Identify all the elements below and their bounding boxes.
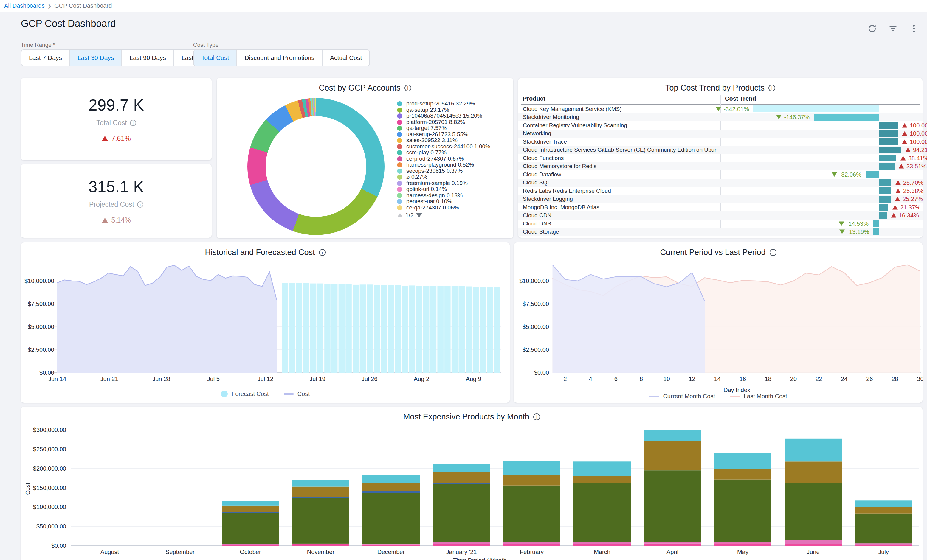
historical-forecast-chart[interactable]: $0.00$2,500.00$5,000.00$7,500.00$10,000.…	[21, 243, 510, 403]
column-header-product: Product	[523, 95, 546, 102]
filter-option-last-30-days[interactable]: Last 30 Days	[70, 50, 122, 65]
legend-dot-icon	[397, 205, 402, 210]
filter-option-last-7-days[interactable]: Last 7 Days	[21, 50, 70, 65]
info-icon[interactable]: i	[769, 85, 775, 91]
filter-option-actual-cost[interactable]: Actual Cost	[322, 50, 369, 65]
legend-item-ce-qa-274307[interactable]: ce-qa-274307 0.06%	[397, 205, 511, 211]
svg-text:Jun 28: Jun 28	[152, 376, 170, 382]
table-row[interactable]: Stackdriver Logging25.27%	[518, 195, 922, 203]
projected-cost-value: 315.1 K	[88, 178, 144, 196]
trend-up-icon	[895, 188, 901, 193]
trend-up-icon	[900, 156, 906, 160]
info-icon[interactable]: i	[404, 85, 411, 91]
trend-bar	[814, 114, 879, 121]
legend-item-last-month[interactable]: Last Month Cost	[730, 393, 787, 400]
legend-dot-icon	[397, 168, 402, 174]
legend-item-platform-205701[interactable]: platform-205701 8.82%	[397, 119, 511, 125]
svg-text:Time Period / Month: Time Period / Month	[453, 557, 506, 560]
legend-dot-icon	[397, 138, 402, 143]
filter-option-total-cost[interactable]: Total Cost	[194, 50, 236, 65]
legend-item-prod-setup-205416[interactable]: prod-setup-205416 32.29%	[397, 101, 511, 107]
table-row[interactable]: Container Registry Vulnerability Scannin…	[518, 121, 922, 130]
legend-item-harness-design[interactable]: harness-design 0.13%	[397, 193, 511, 199]
legend-label: ce-prod-274307 0.67%	[406, 156, 464, 162]
legend-item-customer-success-244100[interactable]: customer-success-244100 1.00%	[397, 144, 511, 150]
svg-text:$0.00: $0.00	[40, 369, 54, 376]
legend-item-secops-239815[interactable]: secops-239815 0.37%	[397, 168, 511, 174]
monthly-products-chart[interactable]: $0.00$50,000.00$100,000.00$150,000.00$20…	[21, 407, 922, 560]
legend-item-sales-209522[interactable]: sales-209522 3.11%	[397, 137, 511, 144]
page-down-icon[interactable]	[416, 213, 422, 217]
legend-dot-icon	[397, 114, 402, 118]
legend-item-freemium-sample[interactable]: freemium-sample 0.19%	[397, 180, 511, 187]
trend-value-cell: -14.53%	[839, 220, 869, 227]
breadcrumb-all-dashboards-link[interactable]: All Dashboards	[4, 2, 45, 9]
donut-chart[interactable]	[248, 98, 384, 235]
table-row[interactable]: Cloud Memorystore for Redis33.51%	[518, 162, 922, 171]
svg-text:April: April	[667, 549, 678, 555]
trend-down-icon	[839, 230, 845, 234]
page-up-icon[interactable]	[397, 213, 403, 217]
legend-label: ccm-play 0.77%	[406, 150, 447, 156]
legend-pagination: 1/2	[397, 212, 511, 219]
table-row[interactable]: Cloud Storage-13.19%	[518, 228, 922, 236]
trend-value-cell: 100.00%	[902, 130, 927, 137]
legend-item--[interactable]: ø 0.27%	[397, 174, 511, 180]
legend-dot-icon	[397, 199, 402, 204]
filter-option-discount-and-promotions[interactable]: Discount and Promotions	[236, 50, 322, 65]
product-cell: Stackdriver Monitoring	[523, 114, 579, 120]
legend-item-qa-target[interactable]: qa-target 7.57%	[397, 125, 511, 131]
current-vs-last-chart[interactable]: $0.00$2,500.00$5,000.00$7,500.00$10,000.…	[514, 243, 922, 403]
legend-item-cost[interactable]: Cost	[284, 390, 310, 398]
legend-label: uat-setup-261723 5.55%	[406, 131, 468, 138]
table-row[interactable]: Cloud CDN16.34%	[518, 211, 922, 220]
svg-text:12: 12	[688, 376, 695, 382]
legend-item-uat-setup-261723[interactable]: uat-setup-261723 5.55%	[397, 131, 511, 138]
legend-item-pentest-uat[interactable]: pentest-uat 0.10%	[397, 198, 511, 205]
legend-item-forecast-cost[interactable]: Forecast Cost	[221, 390, 269, 398]
table-row[interactable]: Cloud Infrastructure Services GitLab Ser…	[518, 146, 922, 154]
refresh-button[interactable]	[866, 22, 879, 35]
legend-dot-icon	[397, 101, 402, 106]
svg-text:$0.00: $0.00	[534, 369, 549, 376]
info-icon[interactable]: i	[137, 201, 143, 208]
svg-text:Jun 14: Jun 14	[48, 376, 66, 382]
table-row[interactable]: Stackdriver Monitoring-146.37%	[518, 113, 922, 121]
more-options-button[interactable]	[907, 22, 921, 35]
legend-dot-icon	[397, 181, 402, 186]
table-row[interactable]: Stackdriver Trace100.00%	[518, 138, 922, 146]
legend-item-current-month[interactable]: Current Month Cost	[649, 393, 715, 400]
legend-item-pr10406a87045145c3[interactable]: pr10406a87045145c3 15.20%	[397, 113, 511, 119]
legend-item-ccm-play[interactable]: ccm-play 0.77%	[397, 150, 511, 156]
filter-button[interactable]	[886, 22, 900, 35]
table-row[interactable]: Redis Labs Redis Enterprise Cloud25.38%	[518, 187, 922, 195]
cost-by-gcp-accounts-card: Cost by GCP Accounts i prod-setup-205416…	[217, 78, 513, 238]
trend-value: 38.41%	[908, 155, 927, 161]
trend-up-icon	[895, 197, 900, 201]
legend-item-ce-prod-274307[interactable]: ce-prod-274307 0.67%	[397, 156, 511, 162]
table-row[interactable]: Cloud DNS-14.53%	[518, 220, 922, 228]
legend-label: secops-239815 0.37%	[406, 168, 463, 174]
svg-text:June: June	[807, 549, 819, 555]
card-title: Cost by GCP Accounts i	[217, 83, 513, 93]
svg-text:Jun 21: Jun 21	[100, 376, 119, 382]
svg-text:Jul 19: Jul 19	[309, 376, 325, 382]
legend-label: qa-target 7.57%	[406, 125, 447, 131]
delta-up-icon	[102, 136, 108, 141]
legend-item-harness-playground[interactable]: harness-playground 0.52%	[397, 162, 511, 168]
legend-item-golink-url[interactable]: golink-url 0.14%	[397, 186, 511, 193]
table-row[interactable]: Cloud SQL25.70%	[518, 179, 922, 187]
table-row[interactable]: Cloud Functions38.41%	[518, 154, 922, 162]
legend-item-qa-setup[interactable]: qa-setup 23.17%	[397, 107, 511, 113]
table-row[interactable]: Cloud Key Management Service (KMS)-342.0…	[518, 105, 922, 113]
projected-cost-card: 315.1 K Projected Cost i 5.14%	[21, 164, 212, 238]
legend-label: platform-205701 8.82%	[406, 119, 465, 125]
table-row[interactable]: MongoDB Inc. MongoDB Atlas21.37%	[518, 203, 922, 211]
table-row[interactable]: Networking100.00%	[518, 130, 922, 138]
filter-option-last-90-days[interactable]: Last 90 Days	[121, 50, 173, 65]
table-row[interactable]: Cloud Dataflow-32.06%	[518, 170, 922, 179]
svg-text:14: 14	[714, 376, 721, 382]
info-icon[interactable]: i	[130, 120, 136, 126]
page-title: GCP Cost Dashboard	[21, 18, 116, 29]
legend-marker	[221, 390, 228, 398]
